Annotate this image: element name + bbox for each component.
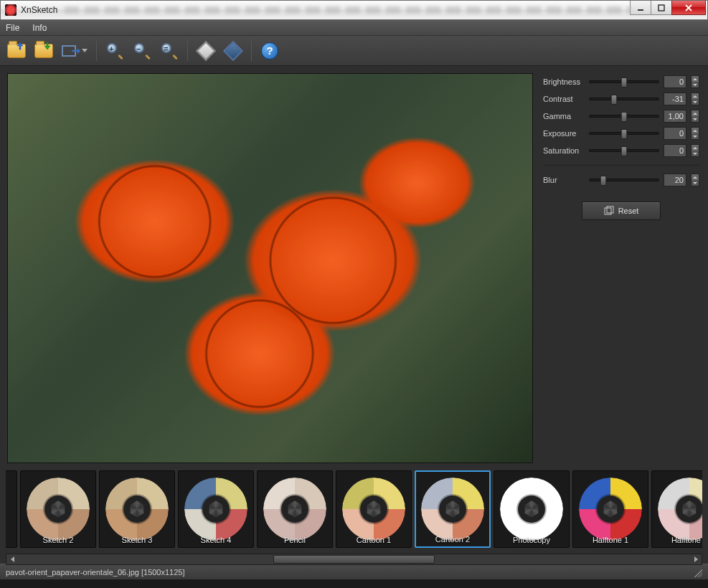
slider-value[interactable]: 0 [664,144,686,157]
spinner-up-icon[interactable] [692,174,699,180]
slider-thumb[interactable] [610,95,617,105]
svg-rect-1 [659,5,664,11]
spinner-down-icon[interactable] [692,133,699,139]
effect-tile-sketch-3[interactable]: Sketch 3 [99,470,175,548]
svg-rect-4 [607,207,613,213]
reset-label: Reset [618,207,639,215]
canvas-image [8,74,532,463]
spinner[interactable] [691,174,699,186]
toolbar-separator [251,41,252,61]
effect-tile-sketch-4[interactable]: Sketch 4 [178,470,254,548]
effect-tile-pencil[interactable]: Pencil [257,470,333,548]
export-icon [62,43,80,59]
zoom-fit-icon: = [161,43,177,59]
spinner[interactable] [691,144,699,157]
save-button[interactable] [32,39,56,62]
diamond-outline-icon [196,40,216,60]
menu-file[interactable]: File [6,23,19,33]
effects-scrollbar[interactable] [6,554,702,565]
spinner-down-icon[interactable] [692,99,699,105]
reset-icon [604,206,614,216]
scroll-right-button[interactable] [690,554,702,564]
spinner[interactable] [691,93,699,105]
slider-track[interactable] [589,98,659,100]
zoom-out-button[interactable]: – [130,39,154,62]
svg-rect-3 [605,208,611,214]
slider-label: Saturation [543,146,585,155]
folder-save-icon [34,44,53,58]
maximize-button[interactable] [651,1,672,15]
spinner-down-icon[interactable] [692,151,699,156]
toolbar-separator [96,41,97,61]
close-button[interactable] [671,1,706,15]
scroll-left-button[interactable] [6,554,18,564]
menu-info[interactable]: Info [32,23,47,33]
slider-row-contrast: Contrast-31 [543,90,699,108]
toolbar: + – = ? [0,36,708,66]
resize-grip-icon[interactable] [692,567,702,577]
effect-label: Pencil [258,536,332,544]
slider-track[interactable] [589,149,659,152]
scrollbar-thumb[interactable] [273,555,435,564]
effect-tile-halftone-1[interactable]: Halftone 1 [572,470,648,548]
effect-tile-cartoon-1[interactable]: Cartoon 1 [336,470,412,548]
effect-tile-halftone-2[interactable]: Halftone 2 [651,470,702,548]
spinner-up-icon[interactable] [692,93,699,99]
slider-row-gamma: Gamma1,00 [543,108,699,125]
next-button[interactable] [221,39,245,62]
image-canvas[interactable] [7,73,533,463]
slider-value[interactable]: 20 [664,174,686,186]
slider-thumb[interactable] [600,176,607,186]
window-title: XnSketch [21,5,57,15]
spinner-up-icon[interactable] [692,145,699,151]
toolbar-separator [187,41,188,61]
slider-label: Exposure [543,129,585,138]
spinner-down-icon[interactable] [692,116,699,122]
slider-label: Contrast [543,95,585,103]
window-controls [631,1,706,15]
slider-thumb[interactable] [621,77,628,87]
spinner[interactable] [691,75,699,88]
effect-label: Halftone 1 [573,536,648,544]
slider-track[interactable] [589,80,659,83]
previous-button[interactable] [194,39,218,62]
dropdown-caret-icon [82,49,88,53]
spinner-down-icon[interactable] [692,180,699,186]
spinner[interactable] [691,127,699,140]
spinner-up-icon[interactable] [692,76,699,82]
spinner-down-icon[interactable] [692,82,699,87]
slider-value[interactable]: -31 [664,93,686,105]
export-button[interactable] [59,39,90,62]
slider-value[interactable]: 1,00 [664,110,686,123]
slider-label: Brightness [543,77,585,86]
spinner-up-icon[interactable] [692,128,699,133]
scrollbar-track[interactable] [18,554,690,564]
slider-thumb[interactable] [621,146,628,156]
slider-thumb[interactable] [621,112,628,122]
effect-tile-partial[interactable] [6,470,17,548]
slider-value[interactable]: 0 [664,75,686,88]
effect-tile-photocopy[interactable]: Photocopy [494,470,570,548]
effect-tile-cartoon-2[interactable]: Cartoon 2 [415,470,491,548]
slider-value[interactable]: 0 [664,127,686,140]
open-button[interactable] [4,39,29,62]
adjustments-panel: Brightness0Contrast-31Gamma1,00Exposure0… [537,66,708,466]
effect-label: Sketch 3 [100,536,174,544]
help-button[interactable]: ? [258,39,282,62]
spinner-up-icon[interactable] [692,110,699,116]
zoom-in-button[interactable]: + [103,39,127,62]
spinner[interactable] [691,110,699,123]
zoom-fit-button[interactable]: = [157,39,181,62]
reset-button[interactable]: Reset [582,201,661,220]
slider-track[interactable] [589,179,659,181]
slider-thumb[interactable] [621,129,628,139]
diamond-filled-icon [223,40,243,60]
slider-track[interactable] [589,115,659,118]
folder-open-icon [7,44,26,58]
effect-tile-sketch-2[interactable]: Sketch 2 [20,470,96,548]
slider-row-exposure: Exposure0 [543,125,699,142]
main-area: Brightness0Contrast-31Gamma1,00Exposure0… [0,66,708,466]
slider-track[interactable] [589,132,659,135]
minimize-button[interactable] [630,1,651,15]
titlebar-path-blurred [65,6,631,14]
